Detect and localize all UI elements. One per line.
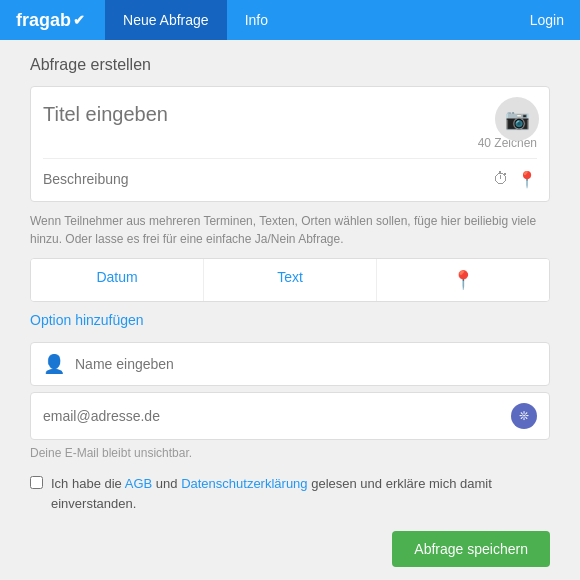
login-button[interactable]: Login — [530, 12, 564, 28]
name-input[interactable] — [75, 356, 537, 372]
nav-item-info[interactable]: Info — [227, 0, 286, 40]
camera-button[interactable]: 📷 — [495, 97, 539, 141]
clock-icon[interactable]: ⏱ — [493, 170, 509, 189]
name-input-row: 👤 — [30, 342, 550, 386]
tab-datum[interactable]: Datum — [31, 259, 204, 301]
person-icon: 👤 — [43, 353, 65, 375]
save-button[interactable]: Abfrage speichern — [392, 531, 550, 567]
header: fragab ✔ Neue Abfrage Info Login — [0, 0, 580, 40]
title-input[interactable] — [43, 97, 482, 132]
agb-link[interactable]: AGB — [125, 476, 152, 491]
form-card: 📷 40 Zeichen ⏱ 📍 — [30, 86, 550, 202]
tabs-card: Datum Text 📍 — [30, 258, 550, 302]
add-option-button[interactable]: Option hinzufügen — [30, 312, 144, 328]
desc-icons: ⏱ 📍 — [493, 170, 537, 189]
tab-text[interactable]: Text — [204, 259, 377, 301]
logo: fragab ✔ — [16, 10, 85, 31]
save-button-row: Abfrage speichern — [30, 531, 550, 567]
logo-text: fragab — [16, 10, 71, 31]
terms-text: Ich habe die AGB und Datenschutzerklärun… — [51, 474, 550, 513]
email-hint: Deine E-Mail bleibt unsichtbar. — [30, 446, 550, 460]
pin-icon: 📍 — [452, 270, 474, 290]
main-content: Abfrage erstellen 📷 40 Zeichen ⏱ 📍 Wenn … — [0, 40, 580, 580]
email-input-row: ❊ — [30, 392, 550, 440]
datenschutz-link[interactable]: Datenschutzerklärung — [181, 476, 307, 491]
logo-check-icon: ✔ — [73, 12, 85, 28]
char-count: 40 Zeichen — [43, 136, 537, 150]
camera-icon: 📷 — [505, 107, 530, 131]
page-title: Abfrage erstellen — [30, 56, 550, 74]
nav-item-neue-abfrage[interactable]: Neue Abfrage — [105, 0, 227, 40]
tab-location[interactable]: 📍 — [377, 259, 549, 301]
snowflake-icon: ❊ — [519, 409, 529, 423]
email-input[interactable] — [43, 408, 511, 424]
terms-checkbox[interactable] — [30, 476, 43, 489]
terms-checkbox-row: Ich habe die AGB und Datenschutzerklärun… — [30, 474, 550, 513]
divider — [43, 158, 537, 159]
location-icon[interactable]: 📍 — [517, 170, 537, 189]
desc-row: ⏱ 📍 — [43, 167, 537, 191]
hint-text: Wenn Teilnehmer aus mehreren Terminen, T… — [30, 212, 550, 248]
desc-input[interactable] — [43, 167, 493, 191]
email-badge: ❊ — [511, 403, 537, 429]
